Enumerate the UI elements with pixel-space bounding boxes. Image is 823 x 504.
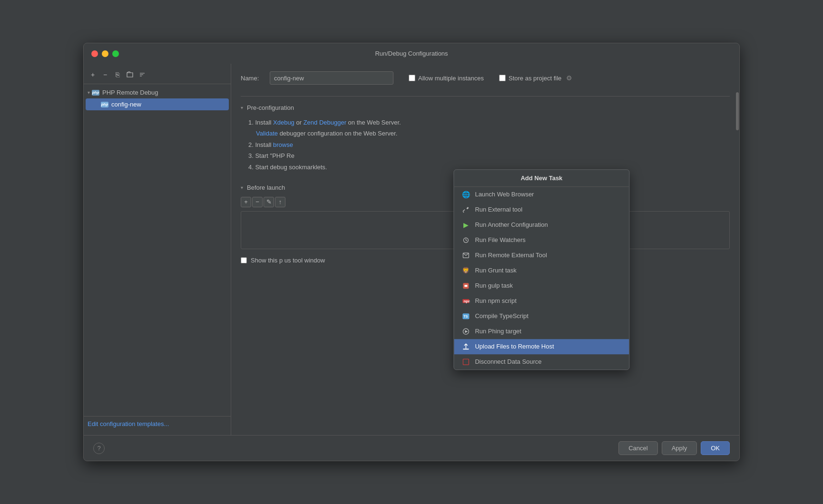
globe-icon: 🌐 xyxy=(461,190,470,199)
dropdown-title: Add New Task xyxy=(454,170,629,187)
menu-label-upload-files: Upload Files to Remote Host xyxy=(475,343,554,350)
remove-config-button[interactable]: − xyxy=(100,69,110,80)
dropdown-overlay: Add New Task 🌐 Launch Web Browser Run E xyxy=(453,169,629,370)
zend-debugger-link[interactable]: Zend Debugger xyxy=(304,119,346,126)
header-separator xyxy=(241,96,730,97)
step1-suffix: on the Web Server. xyxy=(346,119,401,126)
step1-or: or xyxy=(294,119,304,126)
name-label: Name: xyxy=(241,75,262,82)
menu-label-run-grunt-task: Run Grunt task xyxy=(475,267,516,274)
validate-text: Validate debugger configuration on the W… xyxy=(248,128,730,139)
main-panel: Name: Allow multiple instances Store as … xyxy=(231,64,739,435)
tree-child-config-new[interactable]: php config-new xyxy=(86,98,229,110)
menu-item-run-another-configuration[interactable]: ▶ Run Another Configuration xyxy=(454,217,629,233)
folder-button[interactable] xyxy=(125,69,135,80)
preconfiguration-header[interactable]: ▾ Pre-configuration xyxy=(241,104,730,111)
grunt-icon: 🦁 xyxy=(461,266,470,275)
before-launch-edit-button[interactable]: ✎ xyxy=(264,197,274,207)
scrollbar-track[interactable] xyxy=(735,92,739,407)
run-icon: ▶ xyxy=(461,221,470,229)
copy-config-button[interactable]: ⎘ xyxy=(112,69,123,80)
before-launch-remove-button[interactable]: − xyxy=(252,197,263,207)
svg-text:TS: TS xyxy=(463,315,468,318)
show-panel-checkbox[interactable] xyxy=(241,257,247,263)
ok-button[interactable]: OK xyxy=(701,441,730,455)
settings-icon[interactable]: ⚙ xyxy=(566,74,574,82)
help-button[interactable]: ? xyxy=(93,443,105,454)
config-name-input[interactable] xyxy=(270,71,393,85)
menu-label-compile-typescript: Compile TypeScript xyxy=(475,312,528,320)
allow-multiple-label: Allow multiple instances xyxy=(418,75,484,82)
sort-button[interactable] xyxy=(137,69,147,80)
config-header: Name: Allow multiple instances Store as … xyxy=(241,71,730,85)
dialog-title: Run/Debug Configurations xyxy=(375,50,448,57)
config-tree: ▾ php PHP Remote Debug php config-new xyxy=(84,86,231,112)
menu-item-compile-typescript[interactable]: TS Compile TypeScript xyxy=(454,309,629,324)
xdebug-link[interactable]: Xdebug xyxy=(273,119,294,126)
menu-item-run-grunt-task[interactable]: 🦁 Run Grunt task xyxy=(454,263,629,278)
window-controls xyxy=(91,50,119,57)
menu-label-launch-web-browser: Launch Web Browser xyxy=(475,191,534,198)
menu-item-run-phing-target[interactable]: Run Phing target xyxy=(454,324,629,339)
sidebar-footer: Edit configuration templates... xyxy=(84,416,231,431)
npm-icon: npm xyxy=(461,297,470,305)
minimize-button[interactable] xyxy=(102,50,108,57)
add-new-task-menu: Add New Task 🌐 Launch Web Browser Run E xyxy=(453,169,629,370)
gulp-icon xyxy=(461,281,470,290)
store-as-project-checkbox[interactable] xyxy=(499,75,506,81)
preconfiguration-arrow: ▾ xyxy=(241,105,243,110)
menu-item-run-external-tool[interactable]: Run External tool xyxy=(454,202,629,217)
step1-prefix: 1. Install xyxy=(248,119,273,126)
disconnect-icon xyxy=(461,358,470,366)
allow-multiple-checkbox[interactable] xyxy=(409,75,415,81)
maximize-button[interactable] xyxy=(112,50,119,57)
edit-templates-link[interactable]: Edit configuration templates... xyxy=(88,420,169,427)
upload-icon xyxy=(461,342,470,351)
menu-item-run-file-watchers[interactable]: Run File Watchers xyxy=(454,233,629,248)
menu-label-run-another-configuration: Run Another Configuration xyxy=(475,221,548,228)
php-child-icon: php xyxy=(101,102,108,107)
show-panel-label: Show this p us tool window xyxy=(251,257,325,264)
menu-item-run-gulp-task[interactable]: Run gulp task xyxy=(454,278,629,293)
allow-multiple-group: Allow multiple instances xyxy=(409,75,484,82)
step4-text-inner: 4. Start debug s xyxy=(248,164,292,171)
step1-text: 1. Install Xdebug or Zend Debugger on th… xyxy=(248,117,730,128)
menu-label-run-external-tool: Run External tool xyxy=(475,206,522,213)
step2-prefix: 2. Install xyxy=(248,141,273,148)
phing-icon xyxy=(461,327,470,336)
menu-label-disconnect-data-source: Disconnect Data Source xyxy=(475,358,541,365)
menu-label-run-npm-script: Run npm script xyxy=(475,297,516,304)
menu-item-disconnect-data-source[interactable]: Disconnect Data Source xyxy=(454,354,629,369)
preconfiguration-label: Pre-configuration xyxy=(247,104,294,111)
browse-link[interactable]: browse xyxy=(273,141,293,148)
tree-child-label: config-new xyxy=(111,101,141,108)
add-config-button[interactable]: + xyxy=(88,69,98,80)
before-launch-add-button[interactable]: + xyxy=(241,197,251,207)
menu-item-upload-files[interactable]: Upload Files to Remote Host xyxy=(454,339,629,354)
menu-item-run-npm-script[interactable]: npm Run npm script xyxy=(454,293,629,309)
menu-item-launch-web-browser[interactable]: 🌐 Launch Web Browser xyxy=(454,187,629,202)
dialog-footer: ? Cancel Apply OK xyxy=(84,435,739,461)
typescript-icon: TS xyxy=(461,312,470,320)
wrench-icon xyxy=(461,205,470,214)
tree-parent-label: PHP Remote Debug xyxy=(102,89,158,96)
before-launch-up-button[interactable]: ↑ xyxy=(275,197,285,207)
php-parent-icon: php xyxy=(92,90,99,96)
preconfiguration-content: 1. Install Xdebug or Zend Debugger on th… xyxy=(241,117,730,173)
close-button[interactable] xyxy=(91,50,98,57)
validate-link[interactable]: Validate xyxy=(256,130,278,137)
sidebar-toolbar: + − ⎘ xyxy=(84,68,231,84)
run-debug-dialog: Run/Debug Configurations + − ⎘ xyxy=(83,43,740,461)
store-as-project-label: Store as project file xyxy=(509,75,561,82)
menu-item-run-remote-external-tool[interactable]: Run Remote External Tool xyxy=(454,248,629,263)
bookmarklets-suffix: ookmarklets. xyxy=(292,164,327,171)
validate-suffix: debugger configuration on the Web Server… xyxy=(278,130,397,137)
step2-text: 2. Install browse xyxy=(248,139,730,150)
cancel-button[interactable]: Cancel xyxy=(618,441,657,455)
menu-label-run-gulp-task: Run gulp task xyxy=(475,282,513,289)
before-launch-label: Before launch xyxy=(247,184,285,191)
svg-rect-8 xyxy=(463,359,469,365)
sidebar: + − ⎘ ▾ php xyxy=(84,64,231,435)
tree-parent-php-remote-debug[interactable]: ▾ php PHP Remote Debug xyxy=(84,87,231,98)
apply-button[interactable]: Apply xyxy=(662,441,697,455)
